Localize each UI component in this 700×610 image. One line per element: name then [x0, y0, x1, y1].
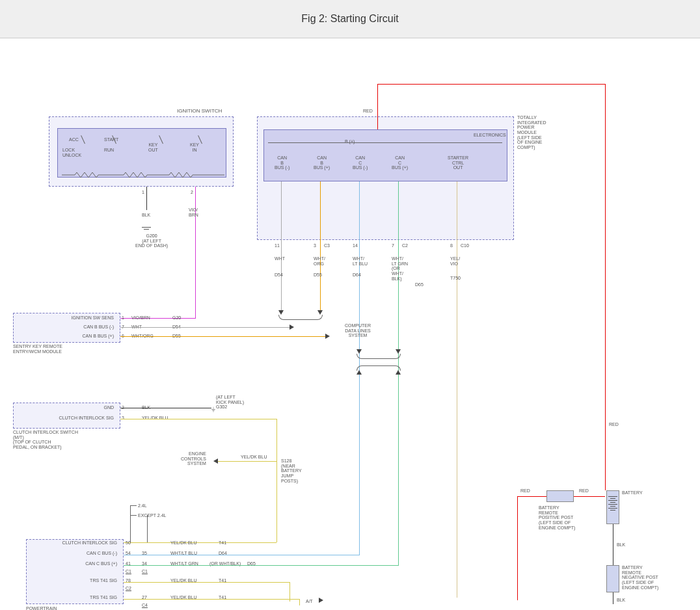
- pcm-block: [26, 539, 124, 604]
- wire-color: VIO/ BRN: [189, 207, 198, 217]
- tipm-pin: CAN C BUS (-): [353, 155, 368, 170]
- row: CAN B BUS (-): [62, 325, 114, 330]
- color: WHT/ LT GRN (OR WHT/ BLK): [392, 256, 408, 281]
- batt-pos: BATTERY REMOTE POSITIVE POST (LEFT SIDE …: [539, 505, 575, 530]
- color: VIO/BRN: [131, 315, 150, 321]
- bus-rail: [268, 142, 502, 143]
- resistor-icon: [62, 172, 224, 178]
- wire-red-h: [377, 84, 605, 85]
- red-label: RED: [363, 109, 373, 114]
- wire-org-h: [120, 336, 325, 337]
- ign-start: START: [104, 137, 118, 142]
- wire-red-v: [377, 84, 378, 129]
- wire-yel-h2: [218, 461, 276, 462]
- cdls-label: COMPUTER DATA LINES SYSTEM: [345, 323, 371, 338]
- page-title: Fig 2: Starting Circuit: [0, 0, 700, 38]
- conn: C10: [461, 243, 469, 248]
- pin-2: 2: [191, 190, 193, 195]
- wire-red-batt: [517, 496, 546, 497]
- pin: 3: [314, 243, 316, 248]
- battery-neg-post: [606, 565, 619, 592]
- pcm-title: POWERTRAIN CONTROL MODULE: [26, 606, 69, 610]
- row: CAN C BUS (+): [52, 561, 117, 566]
- ecs-label: ENGINE CONTROLS SYSTEM: [181, 451, 206, 466]
- row: CLUTCH INTERLOCK SIG: [46, 416, 114, 421]
- tipm-pin: CAN B BUS (-): [275, 155, 289, 170]
- ign-run: RUN: [104, 148, 114, 153]
- pin: C1: [126, 569, 131, 574]
- blk: BLK: [617, 542, 625, 548]
- tipm-title: TOTALLY INTEGRATED POWER MODULE (LEFT SI…: [517, 115, 546, 150]
- arrow-icon: [319, 598, 323, 603]
- pin-1: 1: [142, 190, 144, 195]
- arrow-icon: [325, 334, 330, 339]
- wire-blk-batt2: [613, 592, 613, 604]
- wire-grn-h: [124, 565, 398, 566]
- wire-yelvio: [457, 181, 457, 598]
- ign-keyin: KEYIN: [190, 142, 199, 152]
- wire-wht: [281, 181, 282, 312]
- tipm-inner: [263, 129, 507, 181]
- battery-icon: [608, 495, 617, 512]
- arrow-icon: [396, 370, 401, 375]
- code: D55: [314, 272, 322, 278]
- arrow-icon: [317, 310, 323, 315]
- pin: 8: [450, 243, 453, 248]
- conn: C2: [402, 243, 408, 248]
- red: RED: [579, 488, 589, 494]
- wire-red-v3: [517, 496, 518, 600]
- bracket-line: [130, 505, 137, 506]
- arrow-icon: [357, 349, 362, 354]
- conn: C3: [324, 243, 330, 248]
- wire-viobrn: [195, 187, 196, 318]
- row: CAN B BUS (+): [62, 334, 114, 339]
- ground-icon: [142, 227, 151, 230]
- wire-red-v2: [605, 84, 606, 490]
- wiring-diagram: IGNITION SWITCH ACC LOCK UNLOCK START RU…: [0, 38, 700, 610]
- electronics-label: ELECTRONICS: [474, 133, 506, 138]
- pin: 14: [353, 243, 358, 248]
- pin: C2: [126, 586, 131, 591]
- ign-keyout: KEYOUT: [148, 142, 158, 152]
- alt: C1: [142, 569, 148, 574]
- ign-acc: ACC: [69, 137, 79, 142]
- wire-yel-h3: [124, 542, 276, 543]
- ign-lock: LOCK: [62, 148, 75, 153]
- variant: 2.4L: [138, 503, 147, 509]
- wire-org: [320, 181, 321, 312]
- row: CAN C BUS (-): [52, 551, 117, 556]
- code: T750: [450, 276, 461, 281]
- arrow-icon: [213, 458, 218, 464]
- tipm-pin: STARTER CTRL OUT: [448, 155, 468, 170]
- tipm-pin: CAN C BUS (+): [392, 155, 408, 170]
- wire-yel-v2: [276, 461, 277, 542]
- battery-pos-post: [546, 490, 574, 502]
- bracket-line: [147, 515, 148, 542]
- wire-red-batt2: [574, 496, 605, 497]
- pin: C4: [142, 603, 148, 608]
- pin: 11: [275, 243, 280, 248]
- color: YEL/DK BLU: [170, 540, 196, 546]
- s128: S128 (NEAR BATTERY JUMP POSTS): [281, 458, 302, 483]
- red: RED: [520, 488, 530, 494]
- bracket-line: [130, 505, 131, 542]
- color: WHT: [275, 256, 285, 261]
- bracket: [357, 354, 401, 359]
- tipm-pin: CAN B BUS (+): [314, 155, 330, 170]
- sentry-title: SENTRY KEY REMOTE ENTRY/WCM MODULE: [13, 344, 62, 354]
- wire-wht-h: [120, 327, 289, 328]
- ground-icon: ⏚: [211, 405, 215, 412]
- wire-blk: [146, 187, 147, 210]
- wire-yel-v: [276, 419, 277, 461]
- wire-yel-h4: [124, 582, 289, 583]
- arrow-icon: [278, 310, 284, 315]
- pin: 7: [392, 243, 394, 248]
- wire-color: BLK: [142, 213, 150, 218]
- variant: EXCEPT 2.4L: [138, 513, 166, 518]
- at-label: A/T: [306, 599, 313, 604]
- pin: 50: [126, 540, 131, 546]
- blk: BLK: [617, 598, 625, 603]
- pin: 1: [122, 315, 124, 321]
- wire-yel-v4: [299, 599, 300, 605]
- code: T41: [219, 540, 226, 546]
